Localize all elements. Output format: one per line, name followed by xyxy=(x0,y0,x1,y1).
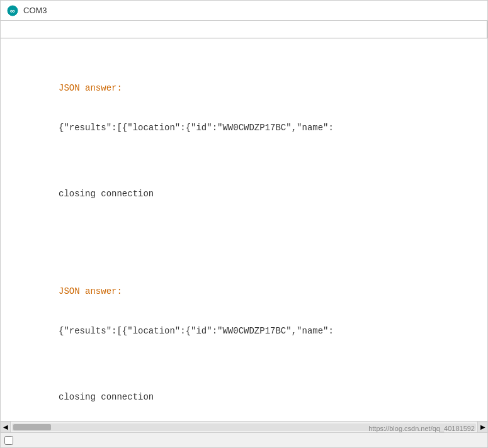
output-text: JSON answer: {"results":[{"location":{"i… xyxy=(6,42,482,421)
input-bar xyxy=(1,21,487,38)
serial-monitor-area: JSON answer: {"results":[{"location":{"i… xyxy=(1,21,487,432)
window-title: COM3 xyxy=(23,6,47,15)
serial-monitor-window: ∞ COM3 JSON answer: {"results":[{"locati… xyxy=(0,0,488,448)
scroll-left-button[interactable]: ◀ xyxy=(1,422,11,433)
arduino-icon: ∞ xyxy=(7,5,18,16)
json-label-1: JSON answer: xyxy=(59,83,122,93)
output-block-2: JSON answer: {"results":[{"location":{"i… xyxy=(6,272,482,417)
json-label-2: JSON answer: xyxy=(59,286,122,296)
scrollbar-thumb[interactable] xyxy=(13,424,51,430)
json-data-2: {"results":[{"location":{"id":"WW0CWDZP1… xyxy=(59,326,334,336)
scrollbar-track[interactable] xyxy=(12,423,476,431)
scroll-right-icon: ▶ xyxy=(480,423,485,430)
closing-2: closing connection xyxy=(59,392,154,402)
serial-input[interactable] xyxy=(1,21,487,38)
output-area[interactable]: JSON answer: {"results":[{"location":{"i… xyxy=(1,38,487,421)
autoscroll-checkbox[interactable] xyxy=(4,436,13,445)
scroll-right-button[interactable]: ▶ xyxy=(477,422,487,433)
svg-text:∞: ∞ xyxy=(10,7,15,14)
closing-1: closing connection xyxy=(59,189,154,199)
horizontal-scrollbar: ◀ ▶ https://blog.csdn.net/qq_40181592 xyxy=(1,421,487,432)
bottom-bar xyxy=(1,432,487,447)
json-data-1: {"results":[{"location":{"id":"WW0CWDZP1… xyxy=(59,123,334,133)
title-bar: ∞ COM3 xyxy=(1,1,487,21)
output-block-1: JSON answer: {"results":[{"location":{"i… xyxy=(6,69,482,214)
scroll-left-icon: ◀ xyxy=(3,423,8,430)
